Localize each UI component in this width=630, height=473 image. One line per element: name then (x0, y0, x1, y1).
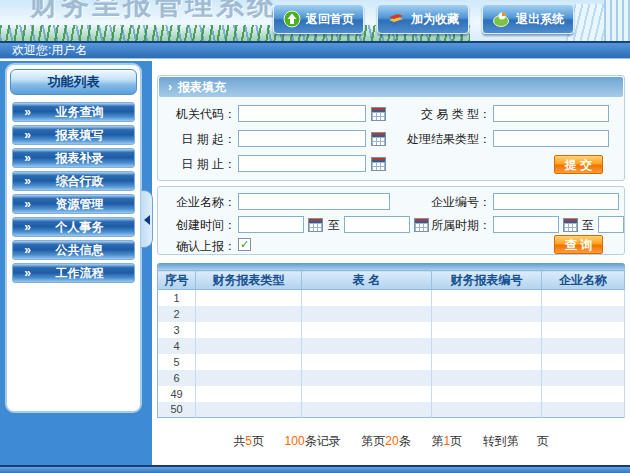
cell-company (542, 290, 625, 306)
sidebar-item-public-info[interactable]: » 公共信息 (12, 240, 135, 260)
return-home-button[interactable]: 返回首页 (273, 4, 364, 34)
pagination-text: 条记录 (305, 434, 341, 448)
cell-table-name (302, 386, 432, 402)
books-icon (387, 11, 406, 28)
record-count-text: 100条记录 (285, 434, 341, 448)
cell-table-name (302, 290, 432, 306)
sidebar-collapse-tab[interactable] (141, 190, 153, 248)
double-chevron-icon: » (13, 197, 41, 211)
sidebar-item-label: 资源管理 (41, 196, 134, 213)
cell-report-type (196, 322, 302, 338)
add-favorite-button[interactable]: 加为收藏 (377, 4, 469, 34)
calendar-icon[interactable] (308, 218, 323, 232)
col-header-company: 企业名称 (542, 271, 625, 290)
period-from-input[interactable] (493, 216, 559, 233)
sidebar-item-label: 业务查询 (41, 104, 134, 121)
cell-table-name (302, 338, 432, 354)
welcome-bar: 欢迎您:用户名 (0, 41, 630, 59)
home-up-arrow-icon (283, 10, 301, 28)
cell-table-name (302, 322, 432, 338)
table-row[interactable]: 6 (158, 370, 625, 386)
sidebar-item-business-query[interactable]: » 业务查询 (12, 102, 135, 122)
pagination-text: 条 (399, 434, 411, 448)
sidebar-item-workflow[interactable]: » 工作流程 (12, 263, 135, 283)
calendar-icon[interactable] (371, 157, 386, 171)
cell-report-type (196, 402, 302, 418)
sidebar-item-label: 公共信息 (41, 242, 134, 259)
cell-report-no (432, 338, 542, 354)
cell-report-type (196, 386, 302, 402)
pagination-text: 第页 (361, 434, 385, 448)
sidebar-item-report-fill[interactable]: » 报表填写 (12, 125, 135, 145)
period-to-input[interactable] (598, 216, 624, 233)
row-index: 5 (158, 354, 196, 370)
confirm-report-checkbox[interactable]: ✓ (238, 238, 251, 251)
row-index: 1 (158, 290, 196, 306)
company-name-input[interactable] (238, 193, 390, 210)
col-header-table-name: 表 名 (302, 271, 432, 290)
cell-report-no (432, 290, 542, 306)
company-name-label: 企业名称： (164, 194, 236, 211)
table-row[interactable]: 2 (158, 306, 625, 322)
company-code-input[interactable] (493, 193, 619, 210)
section-title: 报表填充 (178, 80, 226, 94)
org-code-label: 机关代码： (164, 106, 236, 123)
footer-bar (0, 465, 630, 473)
to-label: 至 (326, 217, 340, 234)
date-from-label: 日 期 起： (164, 131, 236, 148)
calendar-icon[interactable] (371, 132, 386, 146)
row-index: 2 (158, 306, 196, 322)
welcome-text: 欢迎您:用户名 (12, 43, 87, 57)
pagination-text: 第 (431, 434, 443, 448)
sidebar-item-label: 工作流程 (41, 265, 134, 282)
table-row[interactable]: 1 (158, 290, 625, 306)
cell-table-name (302, 402, 432, 418)
table-row[interactable]: 49 (158, 386, 625, 402)
table-row[interactable]: 4 (158, 338, 625, 354)
query-panel: 企业名称： 企业编号： 创建时间： 至 所属时期： 至 确认上报： ✓ 查 询 (157, 186, 625, 255)
nav-button-label: 退出系统 (516, 11, 564, 28)
double-chevron-icon: » (13, 151, 41, 165)
sidebar-item-personal[interactable]: » 个人事务 (12, 217, 135, 237)
date-from-input[interactable] (238, 130, 366, 147)
table-row[interactable]: 50 (158, 402, 625, 418)
sidebar-item-label: 个人事务 (41, 219, 134, 236)
calendar-icon[interactable] (371, 107, 386, 121)
sidebar-item-report-supplement[interactable]: » 报表补录 (12, 148, 135, 168)
sidebar-item-resource[interactable]: » 资源管理 (12, 194, 135, 214)
transaction-type-input[interactable] (493, 105, 609, 122)
query-button[interactable]: 查 询 (554, 235, 603, 254)
date-to-input[interactable] (238, 155, 366, 172)
org-code-input[interactable] (238, 105, 366, 122)
cell-report-type (196, 354, 302, 370)
goto-page-label[interactable]: 转到第 (483, 434, 519, 448)
cell-report-no (432, 402, 542, 418)
row-index: 4 (158, 338, 196, 354)
record-count-value: 100 (285, 434, 305, 448)
cell-company (542, 354, 625, 370)
sidebar-item-admin[interactable]: » 综合行政 (12, 171, 135, 191)
pagination-bar: 共5页 100条记录 第页20条 第1页 转到第页 (157, 433, 625, 450)
table-row[interactable]: 3 (158, 322, 625, 338)
row-index: 50 (158, 402, 196, 418)
cell-company (542, 370, 625, 386)
calendar-icon[interactable] (563, 218, 578, 232)
exit-system-button[interactable]: 退出系统 (482, 4, 574, 34)
create-time-from-input[interactable] (238, 216, 304, 233)
double-chevron-icon: » (13, 243, 41, 257)
pagination-text: 页 (252, 434, 264, 448)
report-fill-header: ›报表填充 (159, 77, 623, 97)
cell-report-no (432, 306, 542, 322)
create-time-label: 创建时间： (164, 217, 236, 234)
submit-button[interactable]: 提 交 (554, 155, 603, 174)
per-page-value: 20 (385, 434, 398, 448)
buildings-decoration (604, 0, 630, 41)
cell-company (542, 322, 625, 338)
cell-report-no (432, 386, 542, 402)
top-header: 财务呈报管理系统 返回首页 加为收藏 (0, 0, 630, 41)
table-row[interactable]: 5 (158, 354, 625, 370)
row-index: 3 (158, 322, 196, 338)
result-type-input[interactable] (493, 130, 609, 147)
cell-table-name (302, 354, 432, 370)
col-header-index: 序号 (158, 271, 196, 290)
